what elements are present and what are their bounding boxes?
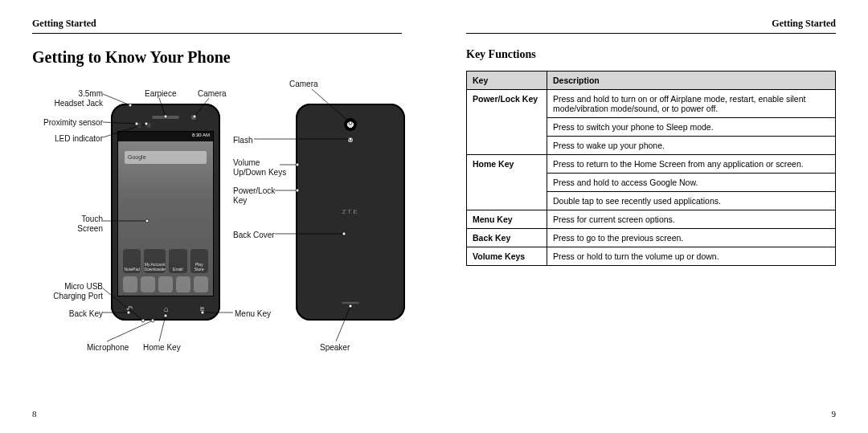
back-camera-icon bbox=[344, 118, 357, 131]
softkey-row: ↶ ⌂ ≡ bbox=[111, 301, 220, 316]
page-number-left: 8 bbox=[32, 409, 37, 419]
dock-icon bbox=[123, 276, 137, 292]
label-flash: Flash bbox=[233, 136, 252, 145]
label-micro-usb: Micro USBCharging Port bbox=[53, 282, 103, 300]
dock-icon bbox=[158, 276, 173, 292]
app-icon: Play Store bbox=[190, 249, 208, 273]
page-number-right: 9 bbox=[832, 409, 837, 419]
label-led: LED indicator bbox=[55, 134, 103, 144]
phone-logo: ZTE bbox=[296, 208, 405, 215]
label-proximity: Proximity sensor bbox=[43, 118, 103, 128]
phone-screen: 8:30 AM Google NotePad My Account Downlo… bbox=[117, 131, 214, 296]
table-row: Home Key Press to return to the Home Scr… bbox=[467, 155, 836, 174]
key-desc: Press to switch your phone to Sleep mode… bbox=[547, 118, 836, 137]
key-desc: Press and hold to access Google Now. bbox=[547, 174, 836, 192]
key-desc: Press to go to the previous screen. bbox=[547, 229, 836, 247]
label-microphone: Microphone bbox=[87, 343, 129, 353]
phone-earpiece-icon bbox=[152, 116, 179, 119]
key-name: Back Key bbox=[467, 229, 547, 247]
label-back-key: Back Key bbox=[69, 309, 103, 319]
key-name: Menu Key bbox=[467, 210, 547, 229]
page-left: Getting Started Getting to Know Your Pho… bbox=[0, 0, 434, 433]
app-row: NotePad My Account Downloader Email Play… bbox=[123, 249, 208, 273]
app-icon: NotePad bbox=[123, 249, 141, 273]
dock-row bbox=[123, 276, 208, 292]
running-head-left: Getting Started bbox=[32, 18, 402, 34]
table-header-desc: Description bbox=[547, 71, 836, 90]
label-volume-keys: VolumeUp/Down Keys bbox=[233, 158, 286, 177]
flash-icon bbox=[348, 137, 353, 142]
phone-diagram: 3.5mmHeadset Jack Proximity sensor LED i… bbox=[23, 78, 392, 399]
table-row: Volume Keys Press or hold to turn the vo… bbox=[467, 247, 836, 266]
page-right: Getting Started Key Functions Key Descri… bbox=[434, 0, 868, 433]
running-head-right: Getting Started bbox=[466, 18, 836, 34]
app-icon: Email bbox=[169, 249, 186, 273]
status-bar-time: 8:30 AM bbox=[192, 133, 210, 137]
label-back-cover: Back Cover bbox=[233, 231, 275, 240]
phone-front-camera-icon bbox=[191, 115, 196, 120]
heading-right: Key Functions bbox=[466, 48, 836, 61]
home-softkey-icon: ⌂ bbox=[164, 304, 169, 313]
back-softkey-icon: ↶ bbox=[126, 304, 133, 313]
key-desc: Double tap to see recently used applicat… bbox=[547, 192, 836, 210]
dock-icon bbox=[176, 276, 190, 292]
phone-back: ZTE bbox=[296, 104, 405, 321]
label-home-key: Home Key bbox=[143, 343, 181, 353]
label-speaker: Speaker bbox=[320, 343, 350, 353]
table-header-key: Key bbox=[467, 71, 547, 90]
heading-left: Getting to Know Your Phone bbox=[32, 48, 402, 67]
key-desc: Press to return to the Home Screen from … bbox=[547, 155, 836, 174]
speaker-grille-icon bbox=[342, 301, 359, 304]
key-desc: Press for current screen options. bbox=[547, 210, 836, 229]
app-icon: My Account Downloader bbox=[144, 249, 166, 273]
phone-sensor-icon bbox=[137, 123, 141, 128]
key-name: Power/Lock Key bbox=[467, 90, 547, 155]
search-bar: Google bbox=[125, 151, 207, 164]
label-back-camera: Camera bbox=[289, 80, 318, 89]
label-front-camera: Camera bbox=[198, 89, 227, 99]
svg-line-16 bbox=[107, 321, 153, 341]
key-functions-table: Key Description Power/Lock Key Press and… bbox=[466, 71, 836, 266]
label-touch-screen: TouchScreen bbox=[77, 214, 103, 233]
key-name: Home Key bbox=[467, 155, 547, 210]
label-power-key: Power/LockKey bbox=[233, 186, 275, 205]
table-row: Menu Key Press for current screen option… bbox=[467, 210, 836, 229]
key-name: Volume Keys bbox=[467, 247, 547, 266]
dock-icon bbox=[141, 276, 155, 292]
label-headset-jack: 3.5mmHeadset Jack bbox=[54, 89, 103, 108]
table-row: Power/Lock Key Press and hold to turn on… bbox=[467, 90, 836, 118]
label-earpiece: Earpiece bbox=[145, 89, 176, 99]
key-desc: Press and hold to turn on or off Airplan… bbox=[547, 90, 836, 118]
key-desc: Press to wake up your phone. bbox=[547, 137, 836, 155]
dock-icon bbox=[194, 276, 208, 292]
menu-softkey-icon: ≡ bbox=[200, 304, 205, 313]
phone-front: 8:30 AM Google NotePad My Account Downlo… bbox=[111, 104, 220, 321]
key-desc: Press or hold to turn the volume up or d… bbox=[547, 247, 836, 266]
table-row: Back Key Press to go to the previous scr… bbox=[467, 229, 836, 247]
label-menu-key: Menu Key bbox=[235, 309, 271, 319]
